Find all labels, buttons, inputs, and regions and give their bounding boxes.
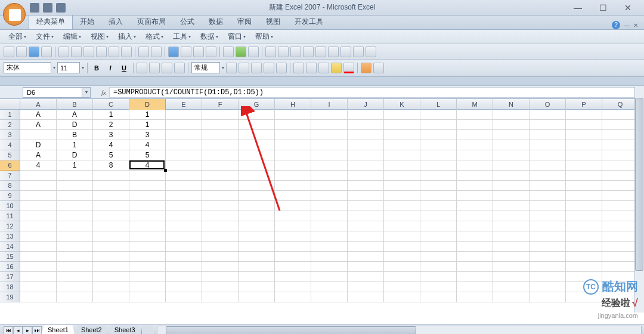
cell-D2[interactable]: 1 — [129, 120, 166, 130]
cell-I3[interactable] — [311, 130, 348, 140]
cell-N1[interactable] — [493, 110, 530, 120]
cell-K1[interactable] — [384, 110, 420, 120]
cell-M12[interactable] — [457, 221, 493, 231]
styles-icon[interactable] — [373, 63, 384, 73]
redo-icon[interactable] — [151, 47, 162, 57]
cell-D16[interactable] — [129, 262, 166, 272]
cell-H13[interactable] — [275, 231, 311, 242]
align-center-icon[interactable] — [149, 63, 160, 73]
chevron-down-icon[interactable]: ▾ — [53, 65, 55, 70]
cell-Q15[interactable] — [602, 252, 639, 262]
cell-A18[interactable] — [20, 282, 57, 292]
fill-handle[interactable] — [164, 169, 167, 172]
menu-file[interactable]: 文件▾ — [32, 30, 57, 43]
cell-J4[interactable] — [348, 140, 384, 150]
cell-H18[interactable] — [275, 282, 311, 292]
cell-Q4[interactable] — [602, 140, 639, 150]
cell-B6[interactable]: 1 — [57, 160, 93, 171]
cell-B13[interactable] — [57, 231, 93, 242]
cell-O7[interactable] — [530, 171, 566, 181]
cell-C4[interactable]: 4 — [93, 140, 129, 150]
cell-J1[interactable] — [348, 110, 384, 120]
col-header-I[interactable]: I — [311, 99, 348, 110]
cell-G15[interactable] — [239, 252, 275, 262]
row-header-13[interactable]: 13 — [0, 231, 20, 242]
cell-F11[interactable] — [202, 211, 239, 221]
col-header-M[interactable]: M — [457, 99, 493, 110]
cell-D18[interactable] — [129, 282, 166, 292]
decrease-decimal-icon[interactable] — [276, 63, 287, 73]
cell-M19[interactable] — [457, 292, 493, 302]
cell-B7[interactable] — [57, 171, 93, 181]
cell-F8[interactable] — [202, 181, 239, 191]
cell-J6[interactable] — [348, 160, 384, 171]
drawing-icon[interactable] — [248, 47, 259, 57]
cell-H14[interactable] — [275, 242, 311, 252]
cell-G19[interactable] — [239, 292, 275, 302]
cell-P12[interactable] — [566, 221, 602, 231]
cell-B14[interactable] — [57, 242, 93, 252]
cell-G16[interactable] — [239, 262, 275, 272]
cell-L9[interactable] — [420, 191, 457, 201]
sheet-next-icon[interactable]: ▸ — [23, 326, 32, 335]
ribbon-minimize-icon[interactable]: — — [624, 22, 630, 29]
cell-D6[interactable]: 4 — [129, 160, 166, 171]
cell-K12[interactable] — [384, 221, 420, 231]
borders-icon[interactable] — [318, 63, 329, 73]
cell-G3[interactable] — [239, 130, 275, 140]
cell-B12[interactable] — [57, 221, 93, 231]
cell-A3[interactable] — [20, 130, 57, 140]
row-header-9[interactable]: 9 — [0, 191, 20, 201]
cell-A19[interactable] — [20, 292, 57, 302]
cell-F4[interactable] — [202, 140, 239, 150]
cell-M11[interactable] — [457, 211, 493, 221]
increase-decimal-icon[interactable] — [264, 63, 274, 73]
cell-L2[interactable] — [420, 120, 457, 130]
cell-L17[interactable] — [420, 272, 457, 282]
cell-L4[interactable] — [420, 140, 457, 150]
row-header-10[interactable]: 10 — [0, 201, 20, 211]
cell-N2[interactable] — [493, 120, 530, 130]
spell-icon[interactable] — [71, 47, 82, 57]
cell-D15[interactable] — [129, 252, 166, 262]
cell-F9[interactable] — [202, 191, 239, 201]
cell-C10[interactable] — [93, 201, 129, 211]
col-header-C[interactable]: C — [93, 99, 129, 110]
cell-I19[interactable] — [311, 292, 348, 302]
cell-I2[interactable] — [311, 120, 348, 130]
cell-E18[interactable] — [166, 282, 202, 292]
cell-A4[interactable]: D — [20, 140, 57, 150]
cell-G4[interactable] — [239, 140, 275, 150]
cell-K5[interactable] — [384, 150, 420, 160]
cell-D11[interactable] — [129, 211, 166, 221]
close-button[interactable]: ✕ — [621, 2, 635, 13]
cell-N14[interactable] — [493, 242, 530, 252]
cell-A7[interactable] — [20, 171, 57, 181]
cell-B1[interactable]: A — [57, 110, 93, 120]
office-button[interactable] — [3, 3, 26, 26]
cell-N12[interactable] — [493, 221, 530, 231]
cell-I15[interactable] — [311, 252, 348, 262]
cell-H6[interactable] — [275, 160, 311, 171]
cell-A17[interactable] — [20, 272, 57, 282]
cell-O2[interactable] — [530, 120, 566, 130]
cell-I18[interactable] — [311, 282, 348, 292]
cell-H11[interactable] — [275, 211, 311, 221]
cell-L8[interactable] — [420, 181, 457, 191]
cell-Q12[interactable] — [602, 221, 639, 231]
cell-E7[interactable] — [166, 171, 202, 181]
cell-P3[interactable] — [566, 130, 602, 140]
cell-D5[interactable]: 5 — [129, 150, 166, 160]
cell-K14[interactable] — [384, 242, 420, 252]
cell-F15[interactable] — [202, 252, 239, 262]
cell-J5[interactable] — [348, 150, 384, 160]
sheet-prev-icon[interactable]: ◂ — [13, 326, 23, 335]
cell-A13[interactable] — [20, 231, 57, 242]
col-header-B[interactable]: B — [57, 99, 93, 110]
cell-C2[interactable]: 2 — [93, 120, 129, 130]
cell-E12[interactable] — [166, 221, 202, 231]
cell-G10[interactable] — [239, 201, 275, 211]
cell-B17[interactable] — [57, 272, 93, 282]
cell-H19[interactable] — [275, 292, 311, 302]
cell-G14[interactable] — [239, 242, 275, 252]
